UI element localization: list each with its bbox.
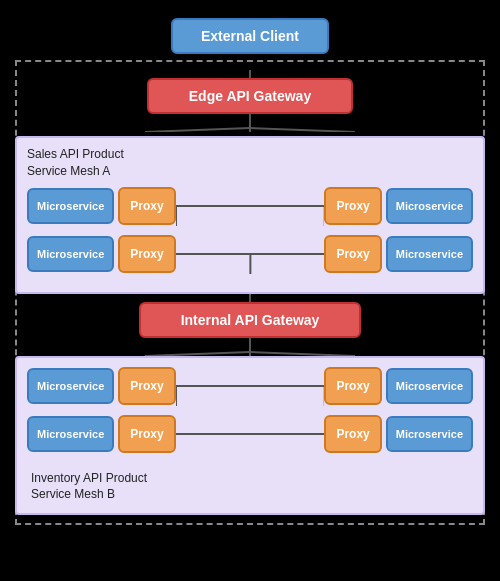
external-client: External Client (171, 18, 329, 54)
mesh-a-label: Sales API ProductService Mesh A (27, 146, 473, 180)
svg-line-2 (250, 128, 355, 132)
mesh-b-row2-right: Proxy Microservice (324, 415, 473, 453)
mesh-b-row1-connector (176, 366, 325, 406)
mesh-a-row-2: Microservice Proxy Proxy Microservice (27, 234, 473, 274)
proxy-a1-left: Proxy (118, 187, 175, 225)
proxy-b2-right: Proxy (324, 415, 381, 453)
proxy-a2-left: Proxy (118, 235, 175, 273)
svg-line-9 (145, 352, 250, 356)
connector-ext-to-edge (15, 70, 485, 78)
svg-line-1 (145, 128, 250, 132)
proxy-b1-right: Proxy (324, 367, 381, 405)
mesh-b-row1-left: Microservice Proxy (27, 367, 176, 405)
microservice-b1-right: Microservice (386, 368, 473, 404)
mesh-a-row2-left: Microservice Proxy (27, 235, 176, 273)
microservice-a2-left: Microservice (27, 236, 114, 272)
internal-api-gateway: Internal API Gateway (139, 302, 362, 338)
proxy-a1-right: Proxy (324, 187, 381, 225)
service-mesh-a: Sales API ProductService Mesh A Microser… (15, 136, 485, 294)
edge-api-gateway: Edge API Gateway (147, 78, 353, 114)
microservice-a1-left: Microservice (27, 188, 114, 224)
microservice-a2-right: Microservice (386, 236, 473, 272)
mesh-a-row2-right: Proxy Microservice (324, 235, 473, 273)
connector-mesh-to-internal (15, 294, 485, 302)
mesh-b-row-1: Microservice Proxy Proxy Microservice (27, 366, 473, 406)
diagram: External Client Edge API Gateway Sales (0, 0, 500, 581)
proxy-b1-left: Proxy (118, 367, 175, 405)
mesh-b-row2-left: Microservice Proxy (27, 415, 176, 453)
fork-lines-bottom (15, 338, 485, 356)
svg-line-10 (250, 352, 355, 356)
microservice-b2-left: Microservice (27, 416, 114, 452)
mesh-b-row1-right: Proxy Microservice (324, 367, 473, 405)
mesh-a-row1-right: Proxy Microservice (324, 187, 473, 225)
mesh-b-label: Inventory API ProductService Mesh B (31, 470, 497, 504)
mesh-a-row1-left: Microservice Proxy (27, 187, 176, 225)
top-dashed-region: Edge API Gateway Sales API ProductServic… (15, 60, 485, 525)
mesh-a-row2-connector (176, 234, 325, 274)
proxy-a2-right: Proxy (324, 235, 381, 273)
proxy-b2-left: Proxy (118, 415, 175, 453)
microservice-b2-right: Microservice (386, 416, 473, 452)
mesh-a-row1-connector (176, 186, 325, 226)
service-mesh-b: Microservice Proxy Proxy Microservice (15, 356, 485, 516)
mesh-b-row2-connector (176, 414, 325, 454)
fork-lines-top (15, 114, 485, 132)
mesh-a-row-1: Microservice Proxy P (27, 186, 473, 226)
microservice-b1-left: Microservice (27, 368, 114, 404)
microservice-a1-right: Microservice (386, 188, 473, 224)
mesh-b-row-2: Microservice Proxy Proxy Microservice (27, 414, 473, 454)
